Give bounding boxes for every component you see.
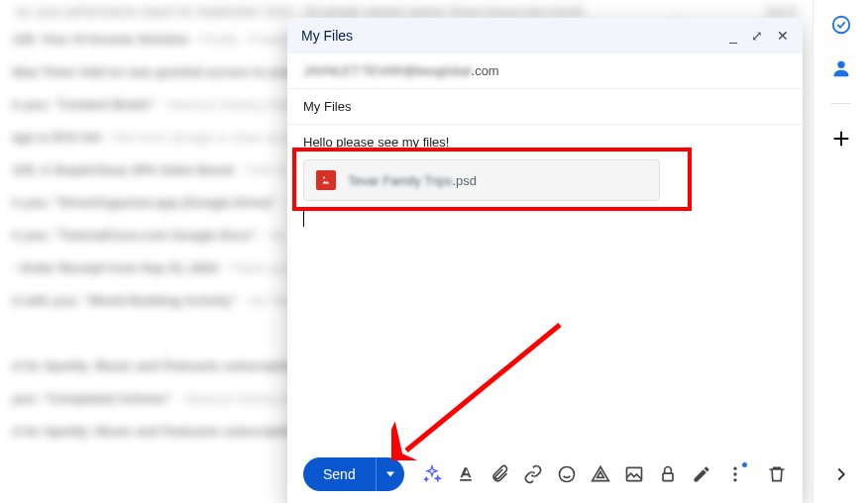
body-text: Hello please see my files! [303, 135, 787, 150]
attach-file-icon[interactable] [489, 464, 509, 484]
tasks-icon[interactable] [830, 14, 852, 36]
close-icon[interactable]: ✕ [777, 29, 789, 43]
compose-footer: Send [287, 446, 803, 503]
insert-link-icon[interactable] [523, 464, 543, 484]
subject-field[interactable]: My Files [287, 89, 803, 125]
compose-header: My Files _ ⤢ ✕ [287, 18, 803, 53]
svg-point-4 [733, 472, 736, 475]
svg-point-3 [733, 467, 736, 470]
compose-body[interactable]: Hello please see my files! Tevar Family … [287, 125, 803, 446]
discard-draft-icon[interactable] [767, 464, 787, 484]
emoji-icon[interactable] [557, 464, 577, 484]
compose-window: My Files _ ⤢ ✕ JAVNLET.TEVAR@bexglobal.c… [287, 18, 803, 503]
svg-point-5 [733, 478, 736, 481]
confidential-lock-icon[interactable] [658, 464, 678, 484]
image-file-icon [316, 170, 336, 190]
expand-icon[interactable]: ⤢ [751, 29, 763, 43]
send-options-button[interactable] [376, 457, 404, 491]
svg-point-7 [832, 17, 849, 34]
side-panel [813, 0, 868, 503]
text-cursor [303, 211, 304, 227]
compose-title: My Files [301, 28, 353, 44]
collapse-panel-icon[interactable] [830, 463, 852, 485]
minimize-icon[interactable]: _ [729, 29, 737, 43]
ai-sparkle-icon[interactable] [422, 464, 442, 484]
send-button[interactable]: Send [303, 457, 376, 491]
add-app-icon[interactable] [830, 128, 852, 150]
attachment-chip[interactable]: Tevar Family Trips.psd [303, 159, 660, 201]
contacts-icon[interactable] [830, 57, 852, 79]
drive-icon[interactable] [591, 464, 610, 484]
svg-point-0 [559, 467, 574, 482]
signature-pen-icon[interactable] [692, 464, 711, 484]
rail-divider [831, 103, 851, 104]
insert-image-icon[interactable] [624, 464, 644, 484]
svg-point-8 [837, 61, 844, 68]
recipient-field[interactable]: JAVNLET.TEVAR@bexglobal.com [287, 53, 803, 89]
svg-rect-2 [663, 473, 673, 481]
more-options-icon[interactable] [725, 464, 745, 484]
format-text-icon[interactable] [456, 464, 476, 484]
